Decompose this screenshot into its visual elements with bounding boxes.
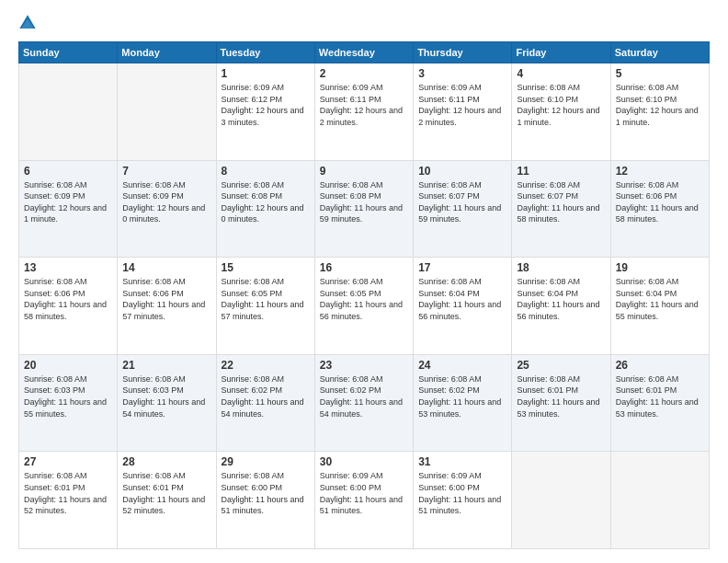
day-info: Sunrise: 6:08 AM Sunset: 6:05 PM Dayligh… bbox=[222, 276, 310, 322]
calendar-day-cell: 3Sunrise: 6:09 AM Sunset: 6:11 PM Daylig… bbox=[414, 63, 512, 161]
day-number: 7 bbox=[122, 165, 210, 178]
day-info: Sunrise: 6:08 AM Sunset: 6:04 PM Dayligh… bbox=[616, 276, 704, 322]
day-info: Sunrise: 6:08 AM Sunset: 6:07 PM Dayligh… bbox=[517, 179, 605, 225]
calendar-day-cell: 10Sunrise: 6:08 AM Sunset: 6:07 PM Dayli… bbox=[414, 160, 512, 258]
day-number: 29 bbox=[222, 455, 310, 468]
day-info: Sunrise: 6:08 AM Sunset: 6:08 PM Dayligh… bbox=[222, 179, 310, 225]
day-number: 12 bbox=[616, 165, 704, 178]
header bbox=[18, 14, 710, 32]
calendar-day-cell: 30Sunrise: 6:09 AM Sunset: 6:00 PM Dayli… bbox=[314, 452, 413, 549]
day-info: Sunrise: 6:08 AM Sunset: 6:02 PM Dayligh… bbox=[320, 373, 408, 419]
calendar-day-cell bbox=[512, 452, 610, 549]
day-number: 17 bbox=[418, 261, 506, 274]
day-info: Sunrise: 6:08 AM Sunset: 6:01 PM Dayligh… bbox=[122, 470, 210, 516]
day-number: 28 bbox=[122, 455, 210, 468]
calendar-day-cell: 5Sunrise: 6:08 AM Sunset: 6:10 PM Daylig… bbox=[610, 63, 709, 161]
calendar-day-cell: 7Sunrise: 6:08 AM Sunset: 6:09 PM Daylig… bbox=[118, 160, 216, 258]
day-number: 22 bbox=[222, 359, 310, 372]
calendar-week-row: 13Sunrise: 6:08 AM Sunset: 6:06 PM Dayli… bbox=[19, 258, 710, 355]
day-info: Sunrise: 6:08 AM Sunset: 6:09 PM Dayligh… bbox=[24, 179, 112, 225]
day-info: Sunrise: 6:08 AM Sunset: 6:05 PM Dayligh… bbox=[320, 276, 408, 322]
calendar-day-cell: 25Sunrise: 6:08 AM Sunset: 6:01 PM Dayli… bbox=[512, 354, 610, 452]
day-number: 18 bbox=[517, 261, 605, 274]
calendar-day-cell: 26Sunrise: 6:08 AM Sunset: 6:01 PM Dayli… bbox=[610, 354, 709, 452]
day-number: 23 bbox=[320, 359, 408, 372]
day-info: Sunrise: 6:09 AM Sunset: 6:12 PM Dayligh… bbox=[222, 82, 310, 128]
day-number: 26 bbox=[616, 359, 704, 372]
calendar-day-cell: 23Sunrise: 6:08 AM Sunset: 6:02 PM Dayli… bbox=[314, 354, 413, 452]
day-info: Sunrise: 6:08 AM Sunset: 6:10 PM Dayligh… bbox=[616, 82, 704, 128]
day-number: 16 bbox=[320, 261, 408, 274]
calendar-header-row: SundayMondayTuesdayWednesdayThursdayFrid… bbox=[19, 42, 710, 63]
day-number: 27 bbox=[24, 455, 112, 468]
day-number: 11 bbox=[517, 165, 605, 178]
day-number: 2 bbox=[320, 67, 408, 80]
calendar-day-cell: 28Sunrise: 6:08 AM Sunset: 6:01 PM Dayli… bbox=[118, 452, 216, 549]
calendar-day-cell: 24Sunrise: 6:08 AM Sunset: 6:02 PM Dayli… bbox=[414, 354, 512, 452]
day-number: 5 bbox=[616, 67, 704, 80]
day-number: 14 bbox=[122, 261, 210, 274]
calendar-day-cell bbox=[118, 63, 216, 161]
weekday-header: Wednesday bbox=[314, 42, 413, 63]
day-number: 8 bbox=[222, 165, 310, 178]
day-info: Sunrise: 6:08 AM Sunset: 6:06 PM Dayligh… bbox=[24, 276, 112, 322]
day-number: 20 bbox=[24, 359, 112, 372]
weekday-header: Thursday bbox=[414, 42, 512, 63]
day-info: Sunrise: 6:09 AM Sunset: 6:00 PM Dayligh… bbox=[418, 470, 506, 516]
calendar-day-cell bbox=[19, 63, 118, 161]
day-info: Sunrise: 6:08 AM Sunset: 6:01 PM Dayligh… bbox=[616, 373, 704, 419]
day-info: Sunrise: 6:08 AM Sunset: 6:06 PM Dayligh… bbox=[122, 276, 210, 322]
calendar-day-cell: 18Sunrise: 6:08 AM Sunset: 6:04 PM Dayli… bbox=[512, 258, 610, 355]
day-number: 21 bbox=[122, 359, 210, 372]
day-info: Sunrise: 6:08 AM Sunset: 6:09 PM Dayligh… bbox=[122, 179, 210, 225]
day-info: Sunrise: 6:08 AM Sunset: 6:01 PM Dayligh… bbox=[517, 373, 605, 419]
day-info: Sunrise: 6:09 AM Sunset: 6:00 PM Dayligh… bbox=[320, 470, 408, 516]
day-number: 19 bbox=[616, 261, 704, 274]
calendar-day-cell: 8Sunrise: 6:08 AM Sunset: 6:08 PM Daylig… bbox=[216, 160, 314, 258]
day-info: Sunrise: 6:08 AM Sunset: 6:02 PM Dayligh… bbox=[222, 373, 310, 419]
day-number: 30 bbox=[320, 455, 408, 468]
weekday-header: Sunday bbox=[19, 42, 118, 63]
calendar-day-cell: 6Sunrise: 6:08 AM Sunset: 6:09 PM Daylig… bbox=[19, 160, 118, 258]
day-info: Sunrise: 6:08 AM Sunset: 6:01 PM Dayligh… bbox=[24, 470, 112, 516]
calendar-week-row: 27Sunrise: 6:08 AM Sunset: 6:01 PM Dayli… bbox=[19, 452, 710, 549]
calendar-table: SundayMondayTuesdayWednesdayThursdayFrid… bbox=[18, 41, 710, 549]
calendar-day-cell: 14Sunrise: 6:08 AM Sunset: 6:06 PM Dayli… bbox=[118, 258, 216, 355]
calendar-day-cell: 29Sunrise: 6:08 AM Sunset: 6:00 PM Dayli… bbox=[216, 452, 314, 549]
weekday-header: Friday bbox=[512, 42, 610, 63]
calendar-day-cell: 16Sunrise: 6:08 AM Sunset: 6:05 PM Dayli… bbox=[314, 258, 413, 355]
calendar-day-cell: 4Sunrise: 6:08 AM Sunset: 6:10 PM Daylig… bbox=[512, 63, 610, 161]
logo-icon bbox=[18, 14, 37, 32]
day-number: 4 bbox=[517, 67, 605, 80]
page: SundayMondayTuesdayWednesdayThursdayFrid… bbox=[0, 0, 728, 563]
day-number: 1 bbox=[222, 67, 310, 80]
weekday-header: Tuesday bbox=[216, 42, 314, 63]
calendar-day-cell bbox=[610, 452, 709, 549]
logo bbox=[18, 14, 40, 32]
day-number: 25 bbox=[517, 359, 605, 372]
day-number: 9 bbox=[320, 165, 408, 178]
calendar-day-cell: 2Sunrise: 6:09 AM Sunset: 6:11 PM Daylig… bbox=[314, 63, 413, 161]
day-info: Sunrise: 6:08 AM Sunset: 6:10 PM Dayligh… bbox=[517, 82, 605, 128]
calendar-day-cell: 31Sunrise: 6:09 AM Sunset: 6:00 PM Dayli… bbox=[414, 452, 512, 549]
weekday-header: Monday bbox=[118, 42, 216, 63]
day-number: 31 bbox=[418, 455, 506, 468]
calendar-day-cell: 20Sunrise: 6:08 AM Sunset: 6:03 PM Dayli… bbox=[19, 354, 118, 452]
day-info: Sunrise: 6:08 AM Sunset: 6:03 PM Dayligh… bbox=[122, 373, 210, 419]
calendar-day-cell: 15Sunrise: 6:08 AM Sunset: 6:05 PM Dayli… bbox=[216, 258, 314, 355]
calendar-day-cell: 12Sunrise: 6:08 AM Sunset: 6:06 PM Dayli… bbox=[610, 160, 709, 258]
day-info: Sunrise: 6:08 AM Sunset: 6:02 PM Dayligh… bbox=[418, 373, 506, 419]
day-number: 15 bbox=[222, 261, 310, 274]
day-info: Sunrise: 6:09 AM Sunset: 6:11 PM Dayligh… bbox=[418, 82, 506, 128]
day-number: 3 bbox=[418, 67, 506, 80]
day-number: 6 bbox=[24, 165, 112, 178]
calendar-day-cell: 27Sunrise: 6:08 AM Sunset: 6:01 PM Dayli… bbox=[19, 452, 118, 549]
weekday-header: Saturday bbox=[610, 42, 709, 63]
day-info: Sunrise: 6:08 AM Sunset: 6:04 PM Dayligh… bbox=[418, 276, 506, 322]
day-info: Sunrise: 6:09 AM Sunset: 6:11 PM Dayligh… bbox=[320, 82, 408, 128]
calendar-day-cell: 21Sunrise: 6:08 AM Sunset: 6:03 PM Dayli… bbox=[118, 354, 216, 452]
calendar-day-cell: 13Sunrise: 6:08 AM Sunset: 6:06 PM Dayli… bbox=[19, 258, 118, 355]
calendar-day-cell: 1Sunrise: 6:09 AM Sunset: 6:12 PM Daylig… bbox=[216, 63, 314, 161]
day-info: Sunrise: 6:08 AM Sunset: 6:07 PM Dayligh… bbox=[418, 179, 506, 225]
calendar-day-cell: 17Sunrise: 6:08 AM Sunset: 6:04 PM Dayli… bbox=[414, 258, 512, 355]
